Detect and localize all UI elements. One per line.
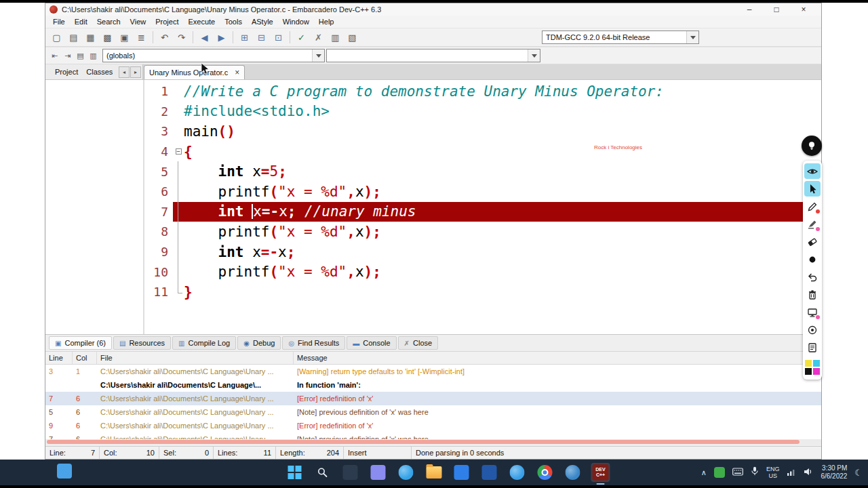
compiler-message-row[interactable]: 76C:\Users\shakir ali\Documents\C Langua…: [45, 432, 821, 439]
start-button[interactable]: [285, 463, 304, 482]
tab-debug[interactable]: ◉Debug: [237, 336, 281, 350]
code-line[interactable]: 9 int x=-x;: [144, 242, 821, 262]
tray-app-icon[interactable]: [714, 467, 725, 478]
undo-tool[interactable]: [804, 269, 821, 285]
abort-button[interactable]: ✗: [310, 30, 327, 45]
close-file-button[interactable]: ▣: [116, 30, 133, 45]
back-button[interactable]: ◀: [196, 30, 213, 45]
widgets-icon[interactable]: [57, 464, 72, 479]
menu-search[interactable]: Search: [92, 16, 125, 27]
table-hscrollbar[interactable]: [45, 439, 821, 445]
taskbar-search[interactable]: [313, 463, 332, 482]
save-button[interactable]: ▦: [82, 30, 99, 45]
microphone-icon[interactable]: [751, 466, 759, 479]
menu-help[interactable]: Help: [314, 16, 339, 27]
palette-color-3[interactable]: [812, 367, 821, 375]
menu-execute[interactable]: Execute: [183, 16, 220, 27]
taskbar-file-explorer[interactable]: [425, 463, 443, 482]
tab-compiler-6[interactable]: ▣Compiler (6): [49, 336, 112, 350]
close-window-button[interactable]: ×: [790, 4, 817, 15]
network-icon[interactable]: [787, 466, 796, 479]
tab-resources[interactable]: ▤Resources: [113, 336, 171, 350]
redo-button[interactable]: ↷: [173, 30, 190, 45]
goto-forward-button[interactable]: ⇥: [61, 48, 74, 63]
taskbar-edge[interactable]: [397, 463, 416, 482]
code-line[interactable]: 4−{: [144, 142, 821, 162]
clock[interactable]: 3:30 PM 6/6/2022: [821, 464, 847, 481]
taskbar-chrome[interactable]: [536, 463, 555, 482]
print-button[interactable]: ≣: [133, 30, 150, 45]
taskbar-camera[interactable]: [508, 463, 527, 482]
menu-view[interactable]: View: [125, 16, 151, 27]
fold-collapse-icon[interactable]: −: [176, 148, 182, 155]
focus-assist-icon[interactable]: ☾: [854, 468, 863, 478]
tab-console[interactable]: ▬Console: [347, 336, 396, 350]
scrollbar-thumb[interactable]: [47, 440, 800, 444]
compiler-message-row[interactable]: 31C:\Users\shakir ali\Documents\C Langua…: [45, 365, 821, 378]
members-select[interactable]: [326, 49, 540, 62]
compiler-message-row[interactable]: C:\Users\shakir ali\Documents\C Language…: [45, 378, 821, 392]
new-file-button[interactable]: ▢: [48, 30, 65, 45]
menu-window[interactable]: Window: [278, 16, 314, 27]
profile-analysis-button[interactable]: ▧: [344, 30, 361, 45]
tray-overflow-icon[interactable]: ∧: [701, 468, 707, 477]
taskbar-chat[interactable]: [369, 463, 388, 482]
taskbar-store[interactable]: [452, 463, 471, 482]
taskbar-photos[interactable]: [480, 463, 499, 482]
minimize-button[interactable]: –: [736, 4, 763, 15]
menu-file[interactable]: File: [48, 16, 70, 27]
volume-icon[interactable]: [804, 466, 813, 479]
code-line[interactable]: 1//Write a C program to demonstrate Unar…: [144, 81, 821, 102]
code-line[interactable]: 6 printf("x = %d",x);: [144, 182, 821, 202]
target-tool[interactable]: [804, 322, 821, 338]
tab-project[interactable]: Project: [51, 66, 82, 77]
palette-color-0[interactable]: [804, 359, 812, 367]
globals-select[interactable]: (globals): [102, 49, 325, 62]
class-browser-button[interactable]: ▥: [87, 48, 100, 63]
notes-tool[interactable]: [804, 340, 821, 355]
undo-button[interactable]: ↶: [156, 30, 173, 45]
code-line[interactable]: 11}: [144, 282, 821, 302]
syntax-check-button[interactable]: ✓: [293, 30, 310, 45]
taskbar-obs-studio[interactable]: [564, 463, 583, 482]
menu-tools[interactable]: Tools: [220, 16, 247, 27]
code-line[interactable]: 10 printf("x = %d",x);: [144, 262, 821, 282]
pen-tool[interactable]: [804, 199, 821, 214]
thickness-tool[interactable]: [804, 251, 821, 267]
code-line[interactable]: 7 int x=-x; //unary minus: [144, 202, 821, 222]
menu-project[interactable]: Project: [151, 16, 183, 27]
code-line[interactable]: 5 int x=5;: [144, 161, 821, 182]
compiler-message-row[interactable]: 96C:\Users\shakir ali\Documents\C Langua…: [45, 419, 821, 432]
profile-button[interactable]: ▥: [327, 30, 344, 45]
taskbar-task-view[interactable]: [341, 463, 360, 482]
scroll-left-icon[interactable]: ◂: [119, 66, 130, 78]
palette-color-2[interactable]: [804, 367, 812, 375]
tab-classes[interactable]: Classes: [82, 66, 117, 77]
tab-compile-log[interactable]: ▥Compile Log: [172, 336, 236, 350]
screenshot-tool[interactable]: [804, 304, 821, 320]
tab-close-icon[interactable]: ×: [235, 69, 239, 76]
touch-keyboard-icon[interactable]: [732, 466, 743, 479]
run-button[interactable]: ⊟: [253, 30, 270, 45]
tab-find-results[interactable]: ◎Find Results: [282, 336, 345, 350]
code-line[interactable]: 3main(): [144, 121, 821, 142]
menu-edit[interactable]: Edit: [70, 16, 92, 27]
code-line[interactable]: 2#include<stdio.h>: [144, 102, 821, 122]
compile-run-button[interactable]: ⊡: [270, 30, 287, 45]
maximize-button[interactable]: □: [763, 4, 790, 15]
open-file-button[interactable]: ▤: [65, 30, 82, 45]
eye-tool[interactable]: [804, 163, 821, 179]
goto-back-button[interactable]: ⇤: [48, 48, 61, 63]
bookmarks-button[interactable]: ▤: [74, 48, 87, 63]
epicpen-logo-icon[interactable]: [802, 136, 822, 156]
taskbar-devcpp[interactable]: DEVC++: [591, 463, 610, 482]
editor-tab[interactable]: Unary Minus Operator.c ×: [144, 65, 245, 79]
save-all-button[interactable]: ▩: [99, 30, 116, 45]
compiler-message-row[interactable]: 56C:\Users\shakir ali\Documents\C Langua…: [45, 405, 821, 419]
palette-color-1[interactable]: [812, 359, 821, 367]
compiler-profile-select[interactable]: TDM-GCC 9.2.0 64-bit Release: [542, 30, 699, 44]
code-line[interactable]: 8 printf("x = %d",x);: [144, 222, 821, 242]
cursor-tool[interactable]: [804, 181, 821, 197]
forward-button[interactable]: ▶: [213, 30, 230, 45]
compiler-message-row[interactable]: 76C:\Users\shakir ali\Documents\C Langua…: [45, 392, 821, 405]
